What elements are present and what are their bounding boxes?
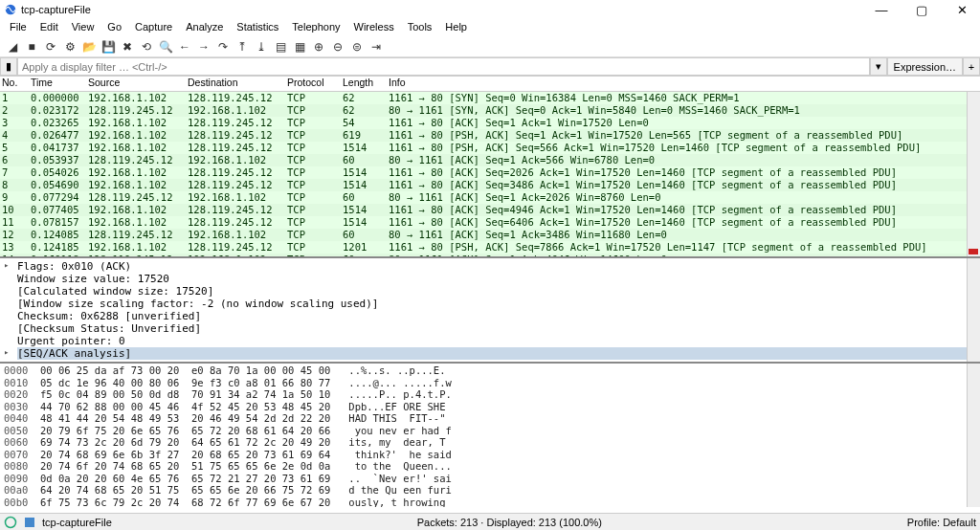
find-icon[interactable]: 🔍 [157, 38, 174, 55]
status-ready-icon[interactable] [4, 516, 17, 529]
table-row[interactable]: 80.054690192.168.1.102128.119.245.12TCP1… [0, 179, 980, 191]
col-info[interactable]: Info [389, 77, 978, 91]
menu-file[interactable]: File [4, 19, 33, 36]
display-filter-input[interactable] [17, 57, 870, 76]
cell-proto: TCP [287, 117, 339, 129]
open-icon[interactable]: 📂 [80, 38, 98, 55]
table-row[interactable]: 20.023172128.119.245.12192.168.1.102TCP6… [0, 104, 980, 117]
detail-urgent[interactable]: Urgent pointer: 0 [17, 335, 972, 347]
col-dest[interactable]: Destination [188, 77, 283, 91]
last-icon[interactable]: ⤓ [253, 38, 270, 55]
detail-seqack[interactable]: [SEQ/ACK analysis] [17, 347, 972, 360]
hex-row[interactable]: 0010 05 dc 1e 96 40 00 80 06 9e f3 c0 a8… [4, 377, 976, 389]
packet-list-scrollbar[interactable] [967, 92, 980, 256]
menu-analyze[interactable]: Analyze [180, 19, 229, 36]
detail-winval[interactable]: Window size value: 17520 [17, 273, 972, 285]
cell-proto: TCP [287, 241, 339, 254]
hex-row[interactable]: 0090 0d 0a 20 20 60 4e 65 76 65 72 21 27… [4, 473, 976, 485]
expand-icon[interactable]: ▸ [4, 260, 9, 270]
autoscroll-icon[interactable]: ▤ [272, 38, 289, 55]
start-capture-icon[interactable]: ◢ [4, 38, 21, 55]
forward-icon[interactable]: → [195, 38, 212, 55]
minimize-button[interactable]: — [867, 3, 896, 17]
hex-row[interactable]: 0070 20 74 68 69 6e 6b 3f 27 20 68 65 20… [4, 449, 976, 461]
svg-point-1 [6, 517, 16, 527]
hex-row[interactable]: 0060 69 74 73 2c 20 6d 79 20 64 65 61 72… [4, 436, 976, 449]
back-icon[interactable]: ← [176, 38, 193, 55]
cell-no: 12 [2, 229, 27, 241]
details-scrollbar[interactable] [967, 258, 980, 362]
detail-checksum[interactable]: Checksum: 0x6288 [unverified] [17, 310, 972, 322]
table-row[interactable]: 50.041737192.168.1.102128.119.245.12TCP1… [0, 142, 980, 154]
add-filter-icon[interactable]: + [963, 57, 980, 76]
save-icon[interactable]: 💾 [100, 38, 117, 55]
status-profile[interactable]: Profile: Default [907, 517, 976, 528]
hex-row[interactable]: 0080 20 74 6f 20 74 68 65 20 51 75 65 65… [4, 460, 976, 473]
table-row[interactable]: 100.077405192.168.1.102128.119.245.12TCP… [0, 204, 980, 216]
table-row[interactable]: 110.078157192.168.1.102128.119.245.12TCP… [0, 216, 980, 229]
cell-time: 0.041737 [31, 142, 84, 154]
detail-calcwin[interactable]: [Calculated window size: 17520] [17, 285, 972, 298]
cell-src: 128.119.245.12 [88, 191, 184, 204]
packet-details[interactable]: ▸ Flags: 0x010 (ACK) Window size value: … [0, 258, 980, 364]
menu-view[interactable]: View [66, 19, 100, 36]
menu-capture[interactable]: Capture [129, 19, 178, 36]
zoom-in-icon[interactable]: ⊕ [310, 38, 327, 55]
hex-row[interactable]: 0050 20 79 6f 75 20 6e 65 76 65 72 20 68… [4, 425, 976, 437]
cell-proto: TCP [287, 191, 339, 204]
close-button[interactable]: ✕ [947, 3, 976, 17]
hex-scrollbar[interactable] [967, 364, 980, 507]
bookmark-icon[interactable]: ▮ [0, 57, 17, 76]
packet-list[interactable]: No. Time Source Destination Protocol Len… [0, 77, 980, 258]
cell-src: 192.168.1.102 [88, 142, 184, 154]
hex-row[interactable]: 0000 00 06 25 da af 73 00 20 e0 8a 70 1a… [4, 364, 976, 377]
first-icon[interactable]: ⤒ [234, 38, 251, 55]
table-row[interactable]: 60.053937128.119.245.12192.168.1.102TCP6… [0, 154, 980, 166]
packet-list-body[interactable]: 10.000000192.168.1.102128.119.245.12TCP6… [0, 92, 980, 258]
hex-row[interactable]: 00a0 64 20 74 68 65 20 51 75 65 65 6e 20… [4, 484, 976, 497]
zoom-out-icon[interactable]: ⊖ [329, 38, 346, 55]
detail-scale[interactable]: [Window size scaling factor: -2 (no wind… [17, 298, 972, 310]
menu-statistics[interactable]: Statistics [231, 19, 284, 36]
table-row[interactable]: 90.077294128.119.245.12192.168.1.102TCP6… [0, 191, 980, 204]
detail-ckstat[interactable]: [Checksum Status: Unverified] [17, 322, 972, 335]
table-row[interactable]: 10.000000192.168.1.102128.119.245.12TCP6… [0, 92, 980, 104]
jump-icon[interactable]: ↷ [214, 38, 232, 55]
maximize-button[interactable]: ▢ [907, 3, 936, 17]
menu-telephony[interactable]: Telephony [286, 19, 345, 36]
status-expert-icon[interactable] [23, 516, 36, 529]
detail-flags[interactable]: Flags: 0x010 (ACK) [17, 260, 972, 273]
reload-icon[interactable]: ⟲ [138, 38, 155, 55]
expression-button[interactable]: Expression… [887, 57, 963, 76]
col-source[interactable]: Source [88, 77, 184, 91]
col-no[interactable]: No. [2, 77, 27, 91]
zoom-reset-icon[interactable]: ⊜ [348, 38, 366, 55]
table-row[interactable]: 120.124085128.119.245.12192.168.1.102TCP… [0, 229, 980, 241]
table-row[interactable]: 70.054026192.168.1.102128.119.245.12TCP1… [0, 166, 980, 179]
hex-row[interactable]: 00b0 6f 75 73 6c 79 2c 20 74 68 72 6f 77… [4, 497, 976, 508]
col-proto[interactable]: Protocol [287, 77, 339, 91]
menu-go[interactable]: Go [101, 19, 127, 36]
stop-capture-icon[interactable]: ■ [23, 38, 40, 55]
col-len[interactable]: Length [343, 77, 385, 91]
table-row[interactable]: 130.124185192.168.1.102128.119.245.12TCP… [0, 241, 980, 254]
menu-tools[interactable]: Tools [402, 19, 438, 36]
colorize-icon[interactable]: ▦ [291, 38, 308, 55]
hex-row[interactable]: 0040 48 41 44 20 54 48 49 53 20 46 49 54… [4, 412, 976, 425]
menu-edit[interactable]: Edit [34, 19, 64, 36]
restart-capture-icon[interactable]: ⟳ [42, 38, 59, 55]
resize-cols-icon[interactable]: ⇥ [368, 38, 385, 55]
table-row[interactable]: 30.023265192.168.1.102128.119.245.12TCP5… [0, 117, 980, 129]
hex-row[interactable]: 0020 f5 0c 04 89 00 50 0d d8 70 91 34 a2… [4, 388, 976, 401]
close-file-icon[interactable]: ✖ [119, 38, 136, 55]
menu-wireless[interactable]: Wireless [348, 19, 400, 36]
expand-icon[interactable]: ▸ [4, 347, 9, 357]
options-icon[interactable]: ⚙ [61, 38, 78, 55]
packet-bytes[interactable]: 0000 00 06 25 da af 73 00 20 e0 8a 70 1a… [0, 364, 980, 507]
hex-row[interactable]: 0030 44 70 62 88 00 00 45 46 4f 52 45 20… [4, 401, 976, 413]
menu-help[interactable]: Help [439, 19, 473, 36]
filter-dropdown-icon[interactable]: ▾ [870, 57, 887, 76]
table-row[interactable]: 40.026477192.168.1.102128.119.245.12TCP6… [0, 129, 980, 142]
cell-dst: 192.168.1.102 [188, 154, 283, 166]
col-time[interactable]: Time [31, 77, 84, 91]
